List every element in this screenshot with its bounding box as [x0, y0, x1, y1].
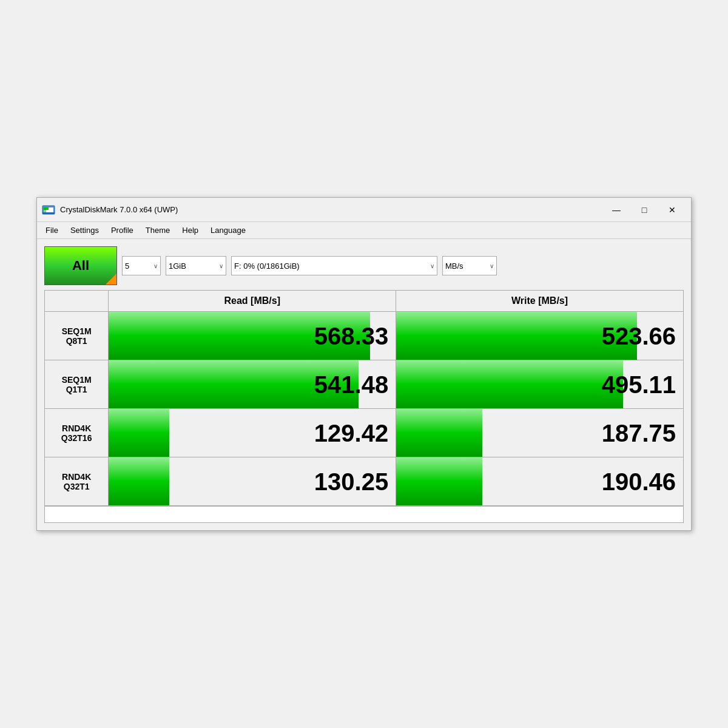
toolbar: All 5 1 3 9 1GiB 512MiB 2GiB 4GiB — [44, 246, 684, 285]
table-row: RND4KQ32T1 130.25 190.46 — [45, 457, 684, 506]
row-label: RND4KQ32T16 — [45, 409, 109, 457]
read-value: 129.42 — [314, 419, 388, 447]
main-content: All 5 1 3 9 1GiB 512MiB 2GiB 4GiB — [37, 239, 691, 530]
maximize-button[interactable]: □ — [630, 200, 658, 220]
menu-bar: File Settings Profile Theme Help Languag… — [37, 222, 691, 239]
write-header: Write [MB/s] — [396, 291, 684, 312]
read-value: 568.33 — [314, 322, 388, 349]
size-select[interactable]: 1GiB 512MiB 2GiB 4GiB — [166, 256, 226, 275]
svg-rect-4 — [42, 212, 55, 214]
drive-select-wrapper: F: 0% (0/1861GiB) — [231, 256, 437, 275]
read-cell: 568.33 — [109, 312, 396, 360]
write-cell: 187.75 — [396, 409, 684, 457]
minimize-button[interactable]: — — [602, 200, 630, 220]
read-header: Read [MB/s] — [109, 291, 396, 312]
table-row: SEQ1MQ8T1 568.33 523.66 — [45, 312, 684, 360]
menu-help[interactable]: Help — [176, 223, 204, 237]
read-cell: 129.42 — [109, 409, 396, 457]
row-label: RND4KQ32T1 — [45, 457, 109, 506]
app-window: CrystalDiskMark 7.0.0 x64 (UWP) — □ ✕ Fi… — [36, 197, 692, 531]
menu-profile[interactable]: Profile — [105, 223, 140, 237]
menu-file[interactable]: File — [39, 223, 64, 237]
menu-language[interactable]: Language — [204, 223, 252, 237]
write-value: 187.75 — [602, 419, 676, 447]
write-cell: 495.11 — [396, 360, 684, 409]
size-select-wrapper: 1GiB 512MiB 2GiB 4GiB — [166, 256, 226, 275]
table-row: RND4KQ32T16 129.42 187.75 — [45, 409, 684, 457]
menu-settings[interactable]: Settings — [64, 223, 105, 237]
count-select[interactable]: 5 1 3 9 — [122, 256, 161, 275]
write-value: 495.11 — [602, 371, 676, 398]
menu-theme[interactable]: Theme — [140, 223, 176, 237]
read-value: 541.48 — [314, 371, 388, 398]
unit-select-wrapper: MB/s GB/s IOPS μs — [442, 256, 497, 275]
read-value: 130.25 — [314, 468, 388, 495]
write-cell: 523.66 — [396, 312, 684, 360]
row-label: SEQ1MQ1T1 — [45, 360, 109, 409]
write-value: 523.66 — [602, 322, 676, 349]
row-label: SEQ1MQ8T1 — [45, 312, 109, 360]
close-button[interactable]: ✕ — [658, 200, 686, 220]
results-table: Read [MB/s] Write [MB/s] SEQ1MQ8T1 568.3… — [44, 290, 684, 506]
all-button[interactable]: All — [44, 246, 117, 285]
count-select-wrapper: 5 1 3 9 — [122, 256, 161, 275]
write-cell: 190.46 — [396, 457, 684, 506]
window-controls: — □ ✕ — [602, 200, 686, 220]
app-icon — [42, 203, 55, 217]
window-title: CrystalDiskMark 7.0.0 x64 (UWP) — [60, 205, 602, 214]
unit-select[interactable]: MB/s GB/s IOPS μs — [442, 256, 497, 275]
status-bar — [44, 506, 684, 523]
table-row: SEQ1MQ1T1 541.48 495.11 — [45, 360, 684, 409]
svg-rect-3 — [44, 207, 46, 212]
write-value: 190.46 — [602, 468, 676, 495]
read-cell: 130.25 — [109, 457, 396, 506]
read-cell: 541.48 — [109, 360, 396, 409]
title-bar: CrystalDiskMark 7.0.0 x64 (UWP) — □ ✕ — [37, 198, 691, 222]
drive-select[interactable]: F: 0% (0/1861GiB) — [231, 256, 437, 275]
